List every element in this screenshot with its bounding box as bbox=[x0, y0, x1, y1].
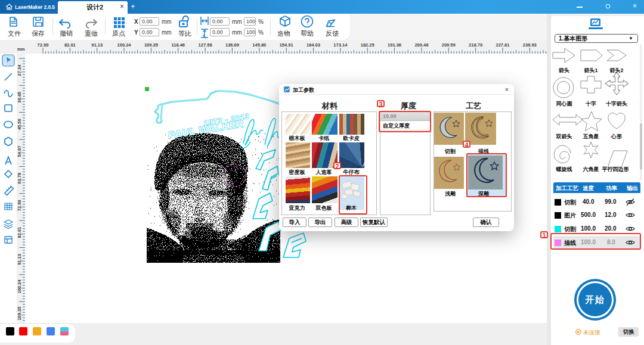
svg-text:63.79: 63.79 bbox=[17, 173, 22, 184]
svg-text:227.81: 227.81 bbox=[496, 42, 509, 48]
svg-text:54.67: 54.67 bbox=[17, 146, 22, 157]
svg-text:36.45: 36.45 bbox=[17, 92, 22, 103]
svg-text:209.59: 209.59 bbox=[442, 42, 456, 48]
svg-text:91.13: 91.13 bbox=[17, 254, 22, 265]
svg-text:109.35: 109.35 bbox=[17, 307, 22, 321]
svg-text:127.58: 127.58 bbox=[199, 42, 212, 48]
svg-text:218.70: 218.70 bbox=[469, 42, 482, 48]
svg-text:82.01: 82.01 bbox=[64, 42, 76, 48]
svg-text:164.03: 164.03 bbox=[306, 42, 320, 48]
svg-text:191.36: 191.36 bbox=[388, 42, 401, 48]
svg-text:182.25: 182.25 bbox=[361, 42, 374, 48]
svg-text:200.48: 200.48 bbox=[414, 42, 428, 48]
svg-text:154.91: 154.91 bbox=[280, 42, 293, 48]
svg-text:72.90: 72.90 bbox=[17, 200, 22, 211]
svg-text:100.24: 100.24 bbox=[17, 279, 22, 294]
svg-text:118.46: 118.46 bbox=[171, 42, 185, 48]
svg-text:27.34: 27.34 bbox=[17, 64, 22, 76]
svg-text:91.13: 91.13 bbox=[91, 42, 103, 48]
svg-text:109.35: 109.35 bbox=[144, 42, 158, 48]
svg-text:82.01: 82.01 bbox=[17, 227, 22, 238]
svg-text:236.93: 236.93 bbox=[523, 42, 537, 48]
svg-text:45.56: 45.56 bbox=[17, 119, 22, 130]
svg-text:145.80: 145.80 bbox=[252, 42, 266, 48]
svg-text:136.69: 136.69 bbox=[225, 42, 239, 48]
svg-text:72.90: 72.90 bbox=[38, 42, 49, 48]
svg-text:173.14: 173.14 bbox=[333, 42, 348, 48]
svg-text:100.24: 100.24 bbox=[117, 42, 132, 48]
